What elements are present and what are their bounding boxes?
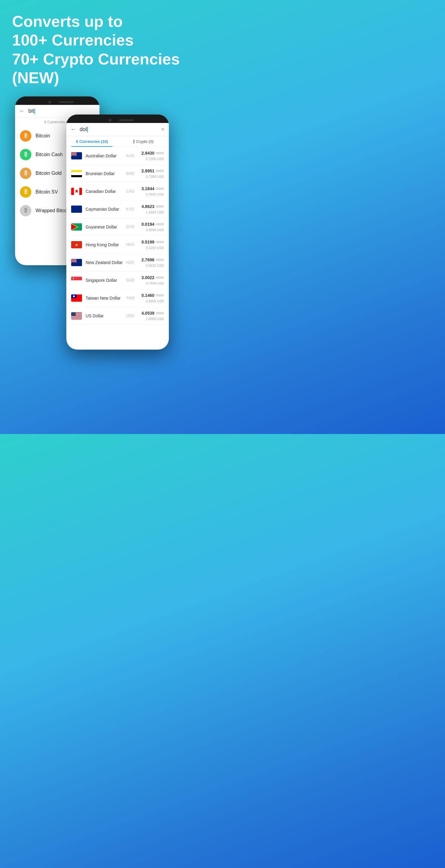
currency-code: GYD — [126, 224, 137, 229]
crypto-icon: ₿ — [20, 186, 31, 198]
flag-au — [71, 152, 82, 159]
tab-currencies[interactable]: € Currencies (10) — [66, 136, 118, 147]
currency-code: BND — [126, 171, 137, 176]
currency-value: 0.5199 0.1282 USD — [140, 239, 164, 250]
svg-rect-12 — [71, 175, 82, 177]
svg-rect-18 — [71, 206, 76, 209]
svg-text:✿: ✿ — [76, 243, 78, 247]
svg-rect-33 — [71, 260, 77, 261]
currency-name: Taiwan New Dollar — [86, 296, 126, 301]
currency-item[interactable]: New Zealand Dollar NZD 2.7696 0.6832 USD — [66, 254, 169, 272]
headline-section: Converts up to 100+ Currencies 70+ Crypt… — [0, 0, 222, 96]
svg-rect-14 — [71, 188, 74, 195]
value-bar — [155, 294, 164, 297]
flag-gy — [71, 223, 82, 230]
headline-line1: Converts up to — [12, 13, 123, 30]
value-bar — [155, 276, 164, 279]
search-input-back[interactable]: bit — [28, 108, 95, 114]
svg-rect-9 — [71, 154, 77, 154]
currency-code: CAD — [126, 189, 137, 193]
svg-rect-35 — [71, 280, 82, 284]
currency-code: HKD — [126, 242, 137, 247]
currency-value: 0.1460 0.0360 USD — [140, 293, 164, 304]
currency-item[interactable]: US Dollar USD 4.0539 1.0000 USD — [66, 307, 169, 325]
currency-item[interactable]: Singapore Dollar SGD 3.0022 0.7406 USD — [66, 272, 169, 289]
phone-front: ← dol × € Currencies (10) ₿ Crypto (0) A… — [66, 115, 169, 350]
camera-front — [109, 119, 112, 122]
speaker-back — [59, 101, 74, 103]
currency-name: Guyanese Dollar — [86, 224, 126, 229]
svg-point-37 — [73, 278, 76, 279]
crypto-icon: ₿ — [20, 149, 31, 160]
currency-value: 3.1844 0.7855 USD — [140, 186, 164, 197]
currency-code: USD — [126, 313, 137, 318]
svg-rect-49 — [71, 312, 76, 316]
currency-value: 2.9430 0.7260 USD — [140, 150, 164, 161]
speaker-front — [119, 119, 134, 121]
currency-value: 3.0022 0.7406 USD — [140, 275, 164, 286]
svg-rect-47 — [71, 318, 82, 318]
flag-tw — [71, 294, 82, 302]
crypto-name: Bitcoin — [36, 133, 50, 138]
value-bar — [155, 258, 164, 261]
crypto-icon: ₿ — [20, 205, 31, 216]
currency-name: Australian Dollar — [86, 153, 126, 158]
cursor-back — [34, 108, 35, 114]
currency-code: TWD — [126, 296, 137, 300]
crypto-name: Bitcoin SV — [36, 189, 58, 195]
flag-sg — [71, 277, 82, 284]
value-bar — [155, 170, 164, 172]
currency-name: US Dollar — [86, 313, 126, 318]
value-bar — [155, 241, 164, 243]
close-button-front[interactable]: × — [161, 126, 165, 133]
currency-value: 2.7696 0.6832 USD — [140, 257, 164, 268]
value-bar — [155, 187, 164, 190]
currency-name: Caymanian Dollar — [86, 207, 126, 212]
crypto-icon: ₿ — [20, 167, 31, 179]
search-input-front[interactable]: dol — [80, 126, 161, 133]
headline-line3: 70+ Crypto Currencies (NEW) — [12, 50, 180, 87]
currency-value: 4.8623 1.1994 USD — [140, 204, 164, 215]
currency-name: Bruneian Dollar — [86, 171, 126, 176]
currency-name: Singapore Dollar — [86, 278, 126, 283]
svg-point-40 — [73, 296, 75, 297]
back-arrow-back[interactable]: ← — [19, 108, 25, 114]
back-arrow-front[interactable]: ← — [70, 126, 76, 133]
crypto-name: Bitcoin Gold — [36, 170, 61, 176]
flag-ca — [71, 188, 82, 195]
currency-code: KYD — [126, 207, 137, 211]
svg-rect-15 — [79, 188, 82, 195]
currency-value: 2.9951 0.7388 USD — [140, 168, 164, 179]
crypto-icon: ₿ — [20, 130, 31, 142]
currency-item[interactable]: ✿ Hong Kong Dollar HKD 0.5199 0.1282 USD — [66, 236, 169, 254]
currency-item[interactable]: Australian Dollar AUD 2.9430 0.7260 USD — [66, 147, 169, 165]
currency-code: SGD — [126, 278, 137, 282]
svg-rect-34 — [71, 277, 82, 280]
currency-code: AUD — [126, 153, 137, 158]
svg-rect-48 — [71, 319, 82, 319]
currency-item[interactable]: Caymanian Dollar KYD 4.8623 1.1994 USD — [66, 200, 169, 218]
currency-name: Hong Kong Dollar — [86, 242, 126, 247]
svg-rect-11 — [71, 172, 82, 175]
currency-value: 0.0194 0.0048 USD — [140, 221, 164, 232]
tabs-front: € Currencies (10) ₿ Crypto (0) — [66, 136, 169, 147]
tab-crypto[interactable]: ₿ Crypto (0) — [118, 136, 169, 147]
cursor-front — [87, 127, 88, 132]
headline-line2: 100+ Currencies — [12, 31, 134, 49]
flag-nz — [71, 259, 82, 266]
svg-rect-46 — [71, 316, 82, 317]
crypto-name: Wrapped Bitcoin — [36, 208, 71, 213]
value-bar — [155, 312, 164, 314]
currency-value: 4.0539 1.0000 USD — [140, 310, 164, 321]
currency-item[interactable]: Taiwan New Dollar TWD 0.1460 0.0360 USD — [66, 289, 169, 307]
currency-item[interactable]: Canadian Dollar CAD 3.1844 0.7855 USD — [66, 183, 169, 200]
currency-name: Canadian Dollar — [86, 189, 126, 194]
phone-front-screen: ← dol × € Currencies (10) ₿ Crypto (0) A… — [66, 123, 169, 350]
camera-back — [48, 101, 51, 104]
currency-item[interactable]: Guyanese Dollar GYD 0.0194 0.0048 USD — [66, 218, 169, 236]
crypto-name: Bitcoin Cash — [36, 152, 63, 157]
currency-item[interactable]: Bruneian Dollar BND 2.9951 0.7388 USD — [66, 165, 169, 183]
value-bar — [155, 205, 164, 208]
flag-ky — [71, 206, 82, 213]
flag-hk: ✿ — [71, 241, 82, 248]
